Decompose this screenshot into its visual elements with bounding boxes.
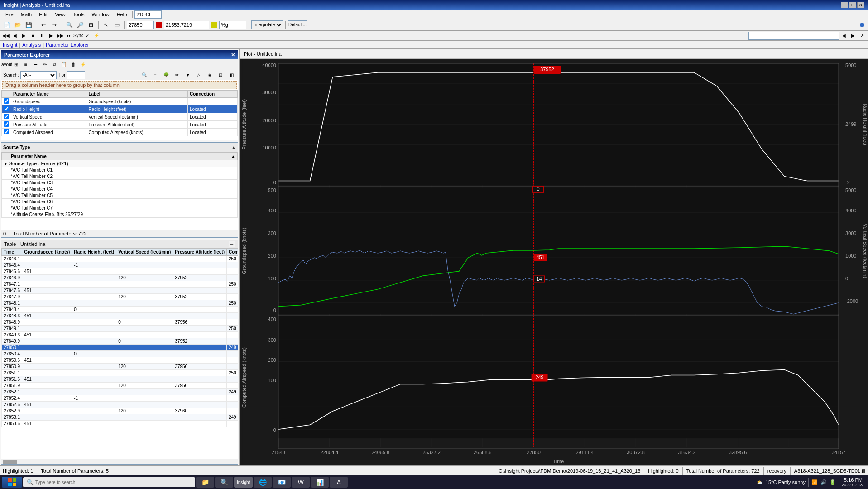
menu-file[interactable]: File [2,11,17,18]
search-filter2[interactable]: △ [194,71,203,80]
menu-math[interactable]: Math [17,11,35,18]
new-button[interactable]: 📄 [2,20,12,30]
search-filter1[interactable]: ▼ [183,71,192,80]
search-icon[interactable]: 🔍 [140,71,149,80]
search-tree[interactable]: 🌳 [162,71,171,80]
source-group[interactable]: ▼ Source Type : Frame (621) [2,160,238,167]
select-button[interactable]: ▭ [112,20,122,30]
taskbar-search-app[interactable]: 🔍 [215,477,233,488]
table-row[interactable]: 27850.4 0 [2,351,238,357]
default-button[interactable]: Default... [288,20,307,29]
nav-input-go[interactable]: ↗ [858,32,866,40]
table-row[interactable]: 27851.6 451 [2,376,238,383]
table-row[interactable]: 27846.4 -1 [2,262,238,268]
table-row[interactable]: 27847.9 120 37952 [2,294,238,300]
breadcrumb-param-explorer[interactable]: Parameter Explorer [46,42,89,48]
zoom-in-button[interactable]: 🔍 [64,20,74,30]
menu-window[interactable]: Window [88,11,113,18]
taskbar-excel[interactable]: 📊 [311,477,329,488]
search-extra1[interactable]: ◈ [205,71,214,80]
table-row[interactable]: 27852.1 249 [2,389,238,395]
source-item-c1[interactable]: *A/C Tail Number C1 [2,167,238,173]
source-item-c3[interactable]: *A/C Tail Number C3 [2,180,238,186]
chart-area[interactable]: 37952 5000 2499 -2 0 40000 30000 20000 1… [240,59,868,465]
format-input[interactable] [219,21,246,29]
table-row[interactable]: 27852.4 -1 [2,395,238,402]
source-item-alt[interactable]: *Altitude Coarse Elab. Bits 26/27/29 [2,211,238,218]
menu-view[interactable]: View [51,11,69,18]
col-pa[interactable]: Pressure Altitude (feet) [173,249,227,256]
panel-details[interactable]: ☰ [31,60,40,69]
table-row[interactable]: 27846.9 120 37952 [2,275,238,281]
table-row[interactable]: 27853.6 451 [2,421,238,427]
panel-icon1[interactable]: ⊞ [12,60,21,69]
save-button[interactable]: 💾 [24,20,34,30]
sync-button[interactable]: Sync [74,32,82,40]
panel-paste[interactable]: 📋 [59,60,68,69]
nav-back-button[interactable]: ◀ [11,32,19,40]
nav-prev2-button[interactable]: ▶ [20,32,28,40]
close-button[interactable]: ✕ [857,2,864,8]
cursor-button[interactable]: ↖ [101,20,111,30]
cursor-value-input[interactable] [127,21,154,29]
panel-copy[interactable]: ⧉ [50,60,59,69]
param-list[interactable]: Parameter Name Label Connection Groundsp… [1,90,238,140]
nav-next-button[interactable]: ▶▶ [56,32,64,40]
nav-next2-button[interactable]: ⏭ [65,32,73,40]
search-extra3[interactable]: ◧ [227,71,236,80]
table-row[interactable]: 27846.6 451 [2,268,238,275]
nav-input[interactable] [749,33,839,38]
search-all-select[interactable]: -All- [20,71,57,79]
source-item-c7[interactable]: *A/C Tail Number C7 [2,205,238,211]
taskbar-edge[interactable]: 🌐 [254,477,272,488]
table-row[interactable]: 27848.4 0 [2,307,238,313]
table-row[interactable]: 27853.1 249 [2,414,238,421]
nav-input-prev[interactable]: ◀ [840,32,848,40]
source-sort-header[interactable]: ▲ [229,153,238,160]
nav-prev-button[interactable]: ◀◀ [2,32,10,40]
maximize-button[interactable]: □ [849,2,856,8]
interpolate-select[interactable]: Interpolate Step [251,20,283,29]
table-row[interactable]: 27851.9 120 37956 [2,383,238,389]
table-minimize[interactable]: ─ [229,241,235,247]
table-row[interactable]: 27846.1 250 [2,256,238,262]
panel-delete[interactable]: 🗑 [69,60,78,69]
nav-pause-button[interactable]: ⏸ [38,32,46,40]
undo-button[interactable]: ↩ [38,20,48,30]
table-row[interactable]: 27849.9 0 37952 [2,338,238,345]
start-button[interactable] [2,477,22,488]
source-item-c2[interactable]: *A/C Tail Number C2 [2,173,238,180]
taskbar-insight[interactable]: Insight [234,477,253,488]
table-row[interactable]: 27847.6 451 [2,288,238,294]
h-scrollbar[interactable] [1,459,238,464]
menu-help[interactable]: Help [113,11,131,18]
param-row[interactable]: Groundspeed Groundspeed (knots) [2,98,238,105]
nav-stop-button[interactable]: ■ [29,32,37,40]
search-for-input[interactable] [67,71,85,79]
table-row[interactable]: 27848.9 0 37956 [2,319,238,326]
col-ca[interactable]: Computed Airspeed (knots) [226,249,238,256]
param-conn-header[interactable]: Connection [188,91,238,98]
taskbar-word[interactable]: W [292,477,310,488]
search-edit[interactable]: ✏ [173,71,182,80]
cursor-time-input[interactable] [164,21,209,29]
breadcrumb-insight[interactable]: Insight [3,42,17,48]
panel-layouts[interactable]: Layouts [2,60,11,69]
source-name-header[interactable]: Parameter Name [9,153,229,160]
taskbar-file-explorer[interactable]: 📁 [196,477,214,488]
nav-input-next[interactable]: ▶ [849,32,857,40]
param-row[interactable]: Radio Height Radio Height (feet) Located [2,105,238,113]
tray-clock[interactable]: 5:16 PM 2022-02-13 [842,477,863,487]
menu-edit[interactable]: Edit [35,11,51,18]
param-row[interactable]: Vertical Speed Vertical Speed (feet/min)… [2,113,238,121]
taskbar-acrobat[interactable]: A [330,477,348,488]
open-button[interactable]: 📂 [13,20,23,30]
source-panel-sort[interactable]: ▲ [231,145,236,150]
table-row[interactable]: 27850.1 249 [2,345,238,351]
table-row[interactable]: 27851.1 250 [2,370,238,376]
data-scroll[interactable]: Time Groundspeed (knots) Radio Height (f… [1,248,238,459]
table-row[interactable]: 27850.6 451 [2,357,238,364]
col-time[interactable]: Time [2,249,22,256]
table-row[interactable]: 27849.1 250 [2,326,238,332]
minimize-button[interactable]: ─ [841,2,848,8]
